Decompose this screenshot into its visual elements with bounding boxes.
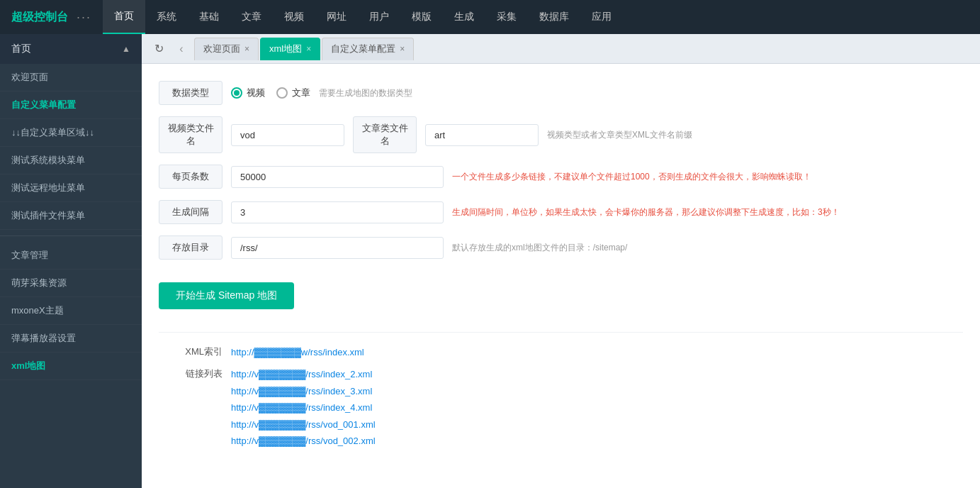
section-divider — [159, 332, 963, 333]
refresh-button[interactable]: ↻ — [147, 38, 170, 60]
sidebar-item-custom-area[interactable]: ↓↓自定义菜单区域↓↓ — [0, 119, 142, 147]
nav-item-article[interactable]: 文章 — [230, 0, 273, 34]
generate-button[interactable]: 开始生成 Sitemap 地图 — [159, 282, 294, 309]
article-filename-hint: 视频类型或者文章类型XML文件名前缀 — [547, 129, 963, 141]
sidebar-item-welcome[interactable]: 欢迎页面 — [0, 64, 142, 92]
xml-index-value: http://▓▓▓▓▓▓▓w/rss/index.xml — [231, 344, 364, 360]
dir-row: 存放目录 默认存放生成的xml地图文件的目录：/sitemap/ — [159, 235, 963, 260]
radio-article-label: 文章 — [292, 87, 310, 99]
content-area: 数据类型 视频 文章 需要生成地图的数据类型 视频类文件名 文章类 — [142, 64, 980, 488]
nav-item-system[interactable]: 系统 — [145, 0, 188, 34]
sidebar-item-crawler[interactable]: 萌芽采集资源 — [0, 270, 142, 297]
xml-index-label: XML索引 — [159, 344, 223, 358]
xml-link-3[interactable]: http://v▓▓▓▓▓▓▓/rss/index_4.xml — [231, 399, 376, 416]
tab-welcome-close[interactable]: × — [244, 44, 249, 54]
video-filename-input[interactable] — [231, 124, 344, 146]
sidebar-title: 首页 — [11, 43, 31, 55]
interval-hint: 生成间隔时间，单位秒，如果生成太快，会卡爆你的服务器，那么建议你调整下生成速度，… — [452, 206, 963, 218]
data-type-label: 数据类型 — [159, 81, 223, 105]
sidebar-divider — [0, 235, 142, 236]
tab-xml-map[interactable]: xml地图 × — [260, 38, 320, 60]
tab-xml-map-close[interactable]: × — [306, 44, 311, 54]
article-filename-label: 文章类文件名 — [353, 116, 417, 153]
tab-custom-menu-label: 自定义菜单配置 — [331, 43, 395, 55]
back-button[interactable]: ‹ — [170, 38, 193, 60]
xml-links-label: 链接列表 — [159, 366, 223, 380]
radio-video-label: 视频 — [247, 87, 265, 99]
interval-row: 生成间隔 生成间隔时间，单位秒，如果生成太快，会卡爆你的服务器，那么建议你调整下… — [159, 200, 963, 224]
sidebar-item-article-mgmt[interactable]: 文章管理 — [0, 242, 142, 270]
top-navbar: 超级控制台 ··· 首页 系统 基础 文章 视频 网址 用户 模版 生成 采集 … — [0, 0, 980, 34]
xml-links-value: http://v▓▓▓▓▓▓▓/rss/index_2.xml http://v… — [231, 366, 376, 449]
tab-welcome-label: 欢迎页面 — [203, 43, 240, 55]
tab-custom-menu[interactable]: 自定义菜单配置 × — [322, 38, 414, 60]
xml-link-1[interactable]: http://v▓▓▓▓▓▓▓/rss/index_2.xml — [231, 366, 376, 382]
article-filename-input[interactable] — [425, 124, 539, 146]
tab-custom-menu-close[interactable]: × — [400, 44, 405, 54]
sidebar-item-player[interactable]: 弹幕播放器设置 — [0, 325, 142, 353]
sidebar-header: 首页 ▲ — [0, 34, 142, 64]
interval-input[interactable] — [231, 201, 444, 223]
xml-index-row: XML索引 http://▓▓▓▓▓▓▓w/rss/index.xml — [159, 344, 963, 360]
nav-dots: ··· — [77, 10, 91, 25]
tab-welcome[interactable]: 欢迎页面 × — [194, 38, 259, 60]
dir-label: 存放目录 — [159, 235, 223, 260]
xml-link-5[interactable]: http://v▓▓▓▓▓▓▓/rss/vod_002.xml — [231, 433, 376, 449]
xml-link-2[interactable]: http://v▓▓▓▓▓▓▓/rss/index_3.xml — [231, 383, 376, 399]
sidebar-item-theme[interactable]: mxoneX主题 — [0, 297, 142, 325]
radio-video-circle — [231, 87, 242, 99]
radio-group: 视频 文章 — [231, 87, 310, 99]
nav-item-basic[interactable]: 基础 — [188, 0, 230, 34]
tab-bar: ↻ ‹ 欢迎页面 × xml地图 × 自定义菜单配置 × — [142, 34, 980, 64]
main-layout: 首页 ▲ 欢迎页面 自定义菜单配置 ↓↓自定义菜单区域↓↓ 测试系统模块菜单 测… — [0, 34, 980, 488]
sidebar-item-custom-menu[interactable]: 自定义菜单配置 — [0, 92, 142, 119]
nav-item-template[interactable]: 模版 — [400, 0, 443, 34]
per-page-hint: 一个文件生成多少条链接，不建议单个文件超过1000，否则生成的文件会很大，影响蜘… — [452, 171, 963, 183]
xml-links-row: 链接列表 http://v▓▓▓▓▓▓▓/rss/index_2.xml htt… — [159, 366, 963, 449]
data-type-row: 数据类型 视频 文章 需要生成地图的数据类型 — [159, 81, 963, 105]
nav-item-video[interactable]: 视频 — [273, 0, 315, 34]
sidebar-item-test-module[interactable]: 测试系统模块菜单 — [0, 147, 142, 174]
radio-video[interactable]: 视频 — [231, 87, 265, 99]
nav-item-user[interactable]: 用户 — [358, 0, 400, 34]
filename-row: 视频类文件名 文章类文件名 视频类型或者文章类型XML文件名前缀 — [159, 116, 963, 153]
sidebar: 首页 ▲ 欢迎页面 自定义菜单配置 ↓↓自定义菜单区域↓↓ 测试系统模块菜单 测… — [0, 34, 142, 488]
nav-item-home[interactable]: 首页 — [103, 0, 145, 34]
nav-item-app[interactable]: 应用 — [580, 0, 623, 34]
sidebar-item-test-plugin[interactable]: 测试插件文件菜单 — [0, 202, 142, 230]
data-type-hint: 需要生成地图的数据类型 — [319, 87, 963, 99]
sidebar-item-xml-map[interactable]: xml地图 — [0, 353, 142, 380]
radio-article-circle — [276, 87, 288, 99]
nav-item-collect[interactable]: 采集 — [485, 0, 528, 34]
nav-items: 首页 系统 基础 文章 视频 网址 用户 模版 生成 采集 数据库 应用 — [103, 0, 623, 34]
per-page-row: 每页条数 一个文件生成多少条链接，不建议单个文件超过1000，否则生成的文件会很… — [159, 165, 963, 189]
nav-item-url[interactable]: 网址 — [315, 0, 358, 34]
interval-label: 生成间隔 — [159, 200, 223, 224]
dir-hint: 默认存放生成的xml地图文件的目录：/sitemap/ — [452, 242, 963, 254]
nav-item-database[interactable]: 数据库 — [528, 0, 580, 34]
sidebar-collapse-icon[interactable]: ▲ — [122, 44, 130, 54]
nav-item-generate[interactable]: 生成 — [443, 0, 485, 34]
per-page-input[interactable] — [231, 166, 444, 188]
radio-article[interactable]: 文章 — [276, 87, 310, 99]
dir-input[interactable] — [231, 237, 444, 259]
video-filename-label: 视频类文件名 — [159, 116, 223, 153]
per-page-label: 每页条数 — [159, 165, 223, 189]
tab-xml-map-label: xml地图 — [269, 43, 302, 55]
sidebar-item-test-remote[interactable]: 测试远程地址菜单 — [0, 174, 142, 202]
brand-title: 超级控制台 — [11, 10, 68, 25]
main-content: ↻ ‹ 欢迎页面 × xml地图 × 自定义菜单配置 × 数据类型 — [142, 34, 980, 488]
xml-index-link[interactable]: http://▓▓▓▓▓▓▓w/rss/index.xml — [231, 344, 364, 360]
xml-link-4[interactable]: http://v▓▓▓▓▓▓▓/rss/vod_001.xml — [231, 416, 376, 433]
